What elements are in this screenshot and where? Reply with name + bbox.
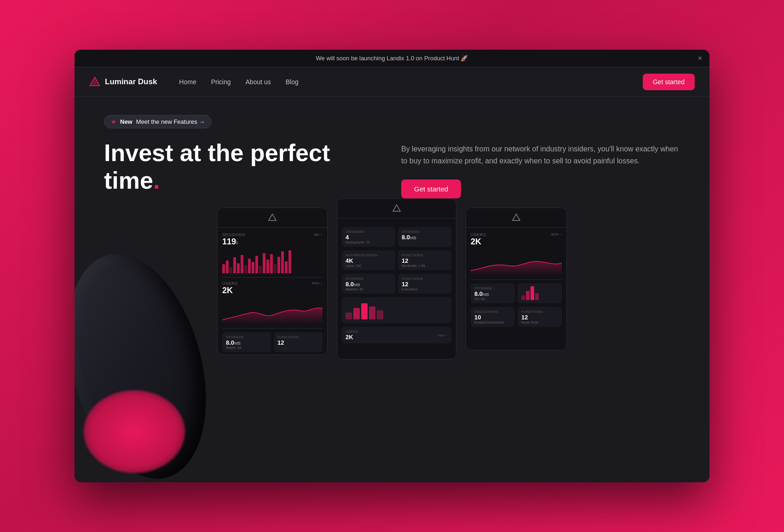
nav-home[interactable]: Home [179,78,196,86]
stat-storage-3: Storage 8.0MB Backline: 35 [342,274,395,294]
hero-section: ★ New Meet the new Features → Invest at … [75,97,709,482]
bar [266,260,269,273]
area-chart-3 [471,250,562,276]
bar [285,261,288,273]
hero-left: Invest at the perfect time. [104,139,383,195]
bar [270,254,273,273]
nav-links: Home Pricing About us Blog [179,78,642,86]
stat-grid-2: Database 4 Deployments: 25 Storage 8.0MB [342,227,451,247]
bar [277,257,280,273]
bar [241,255,243,273]
bar [230,267,232,273]
card-logo-icon-3 [512,214,520,222]
bar [263,253,265,273]
stat-func-r: Functions 12 Route Tests [518,307,562,327]
card-logo-icon-2 [392,204,401,213]
bar [259,266,262,273]
card-body-1: Sessions 119k Apr ~ [218,228,327,355]
metric-label-users-3: Users [471,232,486,237]
metric-users-value: 2K [222,286,238,295]
logo-icon [89,76,100,87]
logo-text: Luminar Dusk [105,77,157,87]
dashboard-card-3: Users 2K 60% ~ [466,208,567,350]
hero-headline: Invest at the perfect time. [104,139,383,195]
browser-window: We will soon be launching Landix 1.0 on … [75,50,709,482]
stat-database: Database 4 Deployments: 25 [342,227,395,247]
bar [222,264,225,273]
dashboard-card-2: Database 4 Deployments: 25 Storage 8.0MB… [337,198,456,359]
bar [288,250,291,273]
area-chart-1 [222,299,323,324]
card-header-3 [466,208,566,228]
nav-pricing[interactable]: Pricing [211,78,231,86]
logo-area: Luminar Dusk [89,76,157,87]
metric-users-sub: 60% ~ [312,281,323,285]
center-chart-area [342,297,451,323]
close-icon[interactable]: × [698,54,702,63]
bar [248,259,251,273]
get-started-button[interactable]: Get started [643,74,695,90]
bar [281,251,284,273]
metric-sessions-label: Sessions [222,232,245,237]
stat-storage-2: Storage 8.0MB [398,227,451,247]
metric-sessions-value: 119k [222,237,245,247]
hero-grid: Invest at the perfect time. By leveragin… [104,139,680,198]
hero-right: By leveraging insights from our network … [401,139,680,198]
hero-get-started-button[interactable]: Get started [401,179,461,198]
metric-sessions: Sessions 119k Apr ~ [222,232,323,247]
new-badge[interactable]: ★ New Meet the new Features → [104,115,212,128]
dashboards-area: Sessions 119k Apr ~ [75,198,709,482]
stat-functions: Functions 12 [274,332,323,352]
stat-auth: Authentication 4K Users: 130 [342,250,395,270]
star-icon: ★ [111,118,116,125]
metric-value-users-3: 2K [471,237,486,247]
metric-users: Users 2K 60% ~ [222,281,323,295]
metric-users-label: Users [222,281,238,286]
stat-func-exec: Functions 12 Executions [398,274,451,294]
headline-dot: . [153,167,160,194]
announcement-bar: We will soon be launching Landix 1.0 on … [75,50,709,67]
bar [237,263,240,273]
navbar: Luminar Dusk Home Pricing About us Blog … [75,67,709,97]
stat-func-2: Functions 12 Bandwidth: 1.5B [398,250,451,270]
nav-blog[interactable]: Blog [286,78,299,86]
bar [252,262,254,273]
stat-grid-1: Storage 8.0MB Rateliz: 4A Functions 12 [222,332,323,352]
headline-line2: time [104,167,153,194]
stat-users-2k: Users 2K Mar ~ [342,327,451,343]
stat-grid-4: Storage 8.0MB Backline: 35 Functions 12 … [342,274,451,294]
badge-text: Meet the new Features → [136,118,205,125]
card-header-1 [218,208,327,228]
metric-users-3: Users 2K 60% ~ [471,232,562,247]
bar [233,257,236,273]
stat-grid-5: Storage 8.0MB 512 Gb [471,283,562,303]
card-body-3: Users 2K 60% ~ [466,228,566,331]
stat-storage-r: Storage 8.0MB 512 Gb [471,283,515,303]
nav-about[interactable]: About us [246,78,271,86]
card-header-2 [337,199,456,219]
hero-description: By leveraging insights from our network … [401,143,680,167]
bar [255,256,258,273]
bar [274,264,277,273]
announcement-text: We will soon be launching Landix 1.0 on … [316,55,468,62]
bar [244,265,247,273]
bar [226,260,229,273]
stat-mini-chart-r [518,283,562,303]
card-logo-icon [268,214,277,222]
mini-bar-chart-1 [222,250,323,273]
stat-storage: Storage 8.0MB Rateliz: 4A [222,332,271,352]
badge-new-label: New [120,118,133,125]
stat-grid-6: Executions 10 EnabledConnections Functio… [471,307,562,327]
card-body-2: Database 4 Deployments: 25 Storage 8.0MB… [337,219,456,348]
stat-exec-r: Executions 10 EnabledConnections [471,307,515,327]
headline-line1: Invest at the perfect [104,139,330,166]
dashboard-card-1: Sessions 119k Apr ~ [217,208,328,355]
metric-sessions-sub: Apr ~ [314,232,323,237]
stat-row-bottom: Users 2K Mar ~ [342,327,451,343]
stat-grid-3: Authentication 4K Users: 130 Functions 1… [342,250,451,270]
hero-content: ★ New Meet the new Features → Invest at … [75,97,709,198]
